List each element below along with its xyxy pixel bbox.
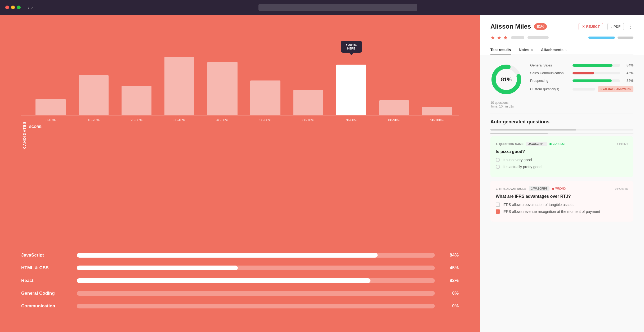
skill-bar-fill-1 [77,266,238,270]
tab-test-results[interactable]: Test results [490,45,511,55]
right-skill-row-0: General Sales 84% [530,63,633,67]
candidate-header: Alisson Miles 81% ✕ REJECT ↓ PDF ⋮ ★ ★ ★ [480,15,644,55]
right-skill-row-2: Prospecting 82% [530,79,633,83]
skill-bar-fill-0 [77,253,378,258]
skills-section: JavaScript 84% HTML & CSS 45% React 82% … [21,253,459,316]
pdf-button[interactable]: ↓ PDF [607,23,624,30]
tab-attachments[interactable]: Attachments 0 [541,45,567,55]
chart-label-6: 60-70% [287,118,330,122]
skill-name-4: Communication [21,303,69,309]
forward-button[interactable]: › [31,5,33,10]
status-dot-1 [552,188,554,190]
star-2[interactable]: ★ [497,34,502,41]
radio-0-0[interactable] [496,158,500,162]
address-bar[interactable] [258,4,417,11]
skill-name-3: General Coding [21,291,69,296]
skill-name-1: HTML & CSS [21,265,69,271]
skill-bar-bg-2 [77,278,435,283]
skill-row-4: Communication 0% [21,303,459,309]
header-actions: ✕ REJECT ↓ PDF ⋮ [579,23,633,30]
option-row-1-1: ✓ IFRS allows revenue recognition at the… [496,209,628,214]
header-progress-bars [588,37,633,39]
option-text-1-0: IFRS allows reevaluation of tangible ass… [503,203,574,207]
donut-center-label: 81% [501,77,512,83]
back-button[interactable]: ‹ [28,5,29,10]
q-meta-left-1: 2. IFRS ADVANTAGES JAVASCRIPT WRONG [496,186,566,191]
right-skill-bar-bg-1 [573,72,620,74]
question-meta-0: 1. QUESTION NAME JAVASCRIPT CORRECT 1 PO… [496,142,628,146]
checkbox-1-1[interactable]: ✓ [496,209,500,214]
skill-row-3: General Coding 0% [21,291,459,296]
progress-line-2 [490,133,633,134]
q-tag-0: JAVASCRIPT [526,142,547,146]
bars-area: YOU'RE HERE [21,31,459,115]
skill-pct-3: 0% [443,291,459,296]
results-row: 81% General Sales 84% Sales Communicatio… [490,63,633,96]
right-skill-bar-bg-3 [573,88,595,91]
more-button[interactable]: ⋮ [628,23,633,30]
skill-row-2: React 82% [21,278,459,283]
star-1[interactable]: ★ [490,34,495,41]
score-prefix: SCORE: [21,125,459,129]
bar-group-3 [158,57,201,115]
chart-label-9: 90-100% [416,118,459,122]
star-3[interactable]: ★ [503,34,508,41]
chart-label-1: 10-20% [72,118,115,122]
bar-group-2 [115,86,158,115]
radio-0-1[interactable] [496,165,500,169]
candidate-name: Alisson Miles [490,23,531,30]
quiz-meta: 10 questions Time: 10min 51s [490,101,633,108]
checkbox-1-0[interactable] [496,203,500,207]
rating-label-1 [511,36,524,39]
candidate-name-row: Alisson Miles 81% [490,23,547,30]
question-text-0: Is pizza good? [496,149,628,154]
chart-labels: 0-10%10-20%20-30%30-40%40-50%50-60%60-70… [21,118,459,122]
right-skill-bar-fill-1 [573,72,594,74]
q-tag-1: JAVASCRIPT [529,186,549,191]
bar-1 [79,75,109,115]
bar-group-8 [373,100,416,115]
q-meta-left-0: 1. QUESTION NAME JAVASCRIPT CORRECT [496,142,566,146]
skill-pct-2: 82% [443,278,459,283]
chart-label-8: 80-90% [373,118,416,122]
minimize-button[interactable] [11,6,15,9]
questions-container: 1. QUESTION NAME JAVASCRIPT CORRECT 1 PO… [490,136,633,222]
tab-notes[interactable]: Notes 0 [519,45,533,55]
q-num-1: 2. IFRS ADVANTAGES [496,187,526,190]
bar-group-6 [287,90,330,115]
q-points-0: 1 POINT [617,142,628,146]
left-panel: CANDIDATES YOU'RE HERE 0-10%10-20%20-30%… [0,15,480,332]
candidate-top: Alisson Miles 81% ✕ REJECT ↓ PDF ⋮ [490,23,633,30]
chart-label-0: 0-10% [29,118,72,122]
skill-bar-fill-2 [77,278,370,283]
bar-3 [164,57,195,115]
donut-chart: 81% [490,64,522,95]
bar-4 [207,62,238,115]
question-card-0: 1. QUESTION NAME JAVASCRIPT CORRECT 1 PO… [490,136,633,177]
main-content: CANDIDATES YOU'RE HERE 0-10%10-20%20-30%… [0,15,644,332]
you-here-bubble: YOU'RE HERE [341,41,362,53]
option-text-0-0: It is not very good [503,158,532,162]
bar-group-7: YOU'RE HERE [330,65,373,115]
skill-bar-bg-3 [77,291,435,296]
q-status-1: WRONG [552,187,566,190]
skill-bar-bg-4 [77,304,435,308]
right-skill-pct-2: 82% [623,79,633,83]
score-badge: 81% [534,23,547,30]
content-area: 81% General Sales 84% Sales Communicatio… [480,55,644,234]
right-skill-name-1: Sales Communication [530,71,570,75]
evaluate-answers-button[interactable]: EVALUATE ANSWERS [598,86,633,92]
reject-button[interactable]: ✕ REJECT [579,23,603,30]
chart-container: CANDIDATES YOU'RE HERE 0-10%10-20%20-30%… [21,31,459,239]
skill-name-2: React [21,278,69,283]
skill-bar-bg-1 [77,266,435,270]
maximize-button[interactable] [17,6,21,9]
option-row-0-0: It is not very good [496,158,628,162]
chart-label-7: 70-80% [330,118,373,122]
close-button[interactable] [5,6,9,9]
reject-icon: ✕ [582,25,585,29]
right-skill-name-0: General Sales [530,63,570,67]
right-skill-name-3: Custom qurstion(s) [530,87,570,91]
skill-pct-1: 45% [443,265,459,271]
bar-group-4 [201,62,244,115]
